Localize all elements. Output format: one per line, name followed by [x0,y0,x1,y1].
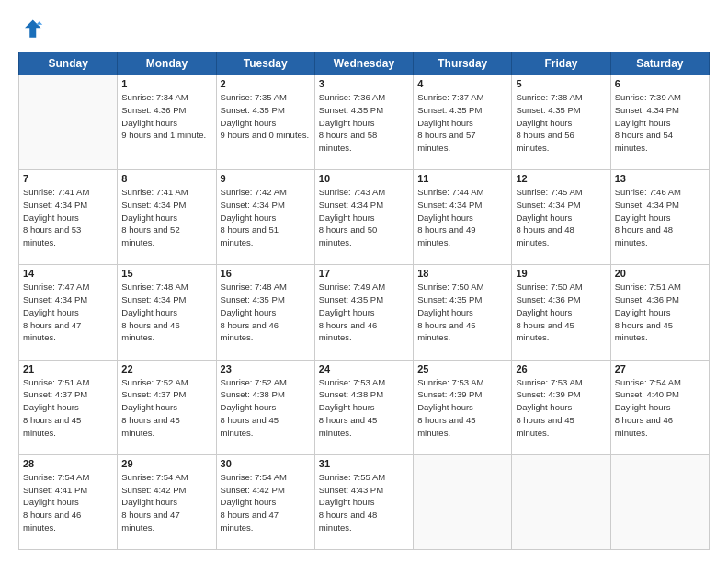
weekday-header-saturday: Saturday [610,52,709,75]
calendar-cell: 7Sunrise: 7:41 AMSunset: 4:34 PMDaylight… [19,170,118,265]
day-number: 31 [319,458,409,469]
day-info: Sunrise: 7:41 AMSunset: 4:34 PMDaylight … [121,186,211,249]
calendar-cell: 8Sunrise: 7:41 AMSunset: 4:34 PMDaylight… [118,170,216,265]
daylight-duration: 8 hours and 45 minutes. [121,415,179,438]
calendar-cell: 26Sunrise: 7:53 AMSunset: 4:39 PMDayligh… [512,360,610,454]
day-number: 8 [121,173,211,184]
sunset-label: Sunset: 4:43 PM [319,485,383,495]
week-row-4: 21Sunrise: 7:51 AMSunset: 4:37 PMDayligh… [19,360,710,454]
day-info: Sunrise: 7:48 AMSunset: 4:34 PMDaylight … [121,281,211,344]
daylight-duration: 8 hours and 51 minutes. [221,224,279,247]
day-number: 11 [417,173,507,184]
calendar-cell: 12Sunrise: 7:45 AMSunset: 4:34 PMDayligh… [512,170,610,265]
sunrise-label: Sunrise: 7:53 AM [417,377,483,387]
sunrise-label: Sunrise: 7:47 AM [23,282,89,292]
day-info: Sunrise: 7:37 AMSunset: 4:35 PMDaylight … [417,91,507,155]
daylight-duration: 8 hours and 45 minutes. [615,320,673,343]
week-row-2: 7Sunrise: 7:41 AMSunset: 4:34 PMDaylight… [19,170,710,265]
day-number: 3 [319,78,409,89]
sunrise-label: Sunrise: 7:53 AM [516,377,582,387]
day-info: Sunrise: 7:52 AMSunset: 4:38 PMDaylight … [221,376,311,440]
sunrise-label: Sunrise: 7:41 AM [121,187,188,197]
daylight-duration: 8 hours and 48 minutes. [615,224,673,247]
sunrise-label: Sunrise: 7:35 AM [221,92,287,102]
daylight-label: Daylight hours [516,402,572,412]
daylight-label: Daylight hours [121,307,177,317]
sunset-label: Sunset: 4:37 PM [23,389,87,399]
sunrise-label: Sunrise: 7:55 AM [319,472,385,482]
sunrise-label: Sunrise: 7:52 AM [121,377,188,387]
daylight-duration: 8 hours and 45 minutes. [516,415,574,438]
day-info: Sunrise: 7:53 AMSunset: 4:39 PMDaylight … [516,376,606,440]
day-number: 24 [319,363,409,374]
calendar-cell: 31Sunrise: 7:55 AMSunset: 4:43 PMDayligh… [314,454,413,549]
day-number: 30 [221,458,311,469]
day-number: 13 [615,173,705,184]
sunset-label: Sunset: 4:36 PM [516,294,580,304]
day-number: 19 [516,268,606,279]
sunset-label: Sunset: 4:39 PM [516,389,580,399]
daylight-label: Daylight hours [23,497,79,507]
day-info: Sunrise: 7:39 AMSunset: 4:34 PMDaylight … [615,91,705,155]
daylight-duration: 8 hours and 48 minutes. [319,510,377,533]
daylight-label: Daylight hours [417,402,473,412]
daylight-duration: 8 hours and 45 minutes. [516,320,574,343]
daylight-label: Daylight hours [319,118,375,128]
day-info: Sunrise: 7:36 AMSunset: 4:35 PMDaylight … [319,91,409,155]
sunset-label: Sunset: 4:37 PM [121,389,186,399]
daylight-duration: 9 hours and 0 minutes. [221,130,310,140]
sunset-label: Sunset: 4:34 PM [23,294,87,304]
daylight-duration: 8 hours and 45 minutes. [319,415,377,438]
sunrise-label: Sunrise: 7:50 AM [516,282,582,292]
sunset-label: Sunset: 4:35 PM [221,105,285,115]
calendar-cell: 20Sunrise: 7:51 AMSunset: 4:36 PMDayligh… [610,265,709,360]
sunrise-label: Sunrise: 7:43 AM [319,187,385,197]
calendar-cell: 17Sunrise: 7:49 AMSunset: 4:35 PMDayligh… [314,265,413,360]
sunset-label: Sunset: 4:40 PM [615,389,679,399]
daylight-duration: 8 hours and 45 minutes. [221,415,279,438]
daylight-label: Daylight hours [615,402,671,412]
daylight-label: Daylight hours [516,118,572,128]
daylight-duration: 8 hours and 45 minutes. [23,415,81,438]
sunset-label: Sunset: 4:35 PM [516,105,580,115]
daylight-label: Daylight hours [417,213,473,223]
daylight-duration: 8 hours and 45 minutes. [417,415,475,438]
daylight-label: Daylight hours [121,497,177,507]
day-info: Sunrise: 7:53 AMSunset: 4:38 PMDaylight … [319,376,409,440]
daylight-duration: 8 hours and 45 minutes. [417,320,475,343]
daylight-duration: 8 hours and 57 minutes. [417,130,475,153]
daylight-label: Daylight hours [319,307,375,317]
sunset-label: Sunset: 4:34 PM [121,294,186,304]
calendar-cell: 2Sunrise: 7:35 AMSunset: 4:35 PMDaylight… [216,75,314,170]
sunrise-label: Sunrise: 7:49 AM [319,282,385,292]
calendar-cell: 15Sunrise: 7:48 AMSunset: 4:34 PMDayligh… [118,265,216,360]
calendar-cell: 1Sunrise: 7:34 AMSunset: 4:36 PMDaylight… [118,75,216,170]
day-info: Sunrise: 7:54 AMSunset: 4:42 PMDaylight … [121,471,211,534]
sunset-label: Sunset: 4:34 PM [23,200,87,210]
daylight-label: Daylight hours [615,213,671,223]
sunset-label: Sunset: 4:34 PM [221,200,285,210]
sunrise-label: Sunrise: 7:41 AM [23,187,89,197]
daylight-label: Daylight hours [319,497,375,507]
daylight-label: Daylight hours [221,402,277,412]
sunrise-label: Sunrise: 7:48 AM [121,282,188,292]
sunset-label: Sunset: 4:35 PM [319,105,383,115]
sunrise-label: Sunrise: 7:54 AM [615,377,681,387]
sunrise-label: Sunrise: 7:54 AM [23,472,89,482]
day-info: Sunrise: 7:54 AMSunset: 4:42 PMDaylight … [221,471,311,534]
sunset-label: Sunset: 4:41 PM [23,485,87,495]
daylight-duration: 8 hours and 54 minutes. [615,130,673,153]
calendar-cell: 3Sunrise: 7:36 AMSunset: 4:35 PMDaylight… [314,75,413,170]
sunset-label: Sunset: 4:35 PM [221,294,285,304]
daylight-duration: 8 hours and 58 minutes. [319,130,377,153]
day-info: Sunrise: 7:42 AMSunset: 4:34 PMDaylight … [221,186,311,249]
day-info: Sunrise: 7:45 AMSunset: 4:34 PMDaylight … [516,186,606,249]
calendar-cell: 19Sunrise: 7:50 AMSunset: 4:36 PMDayligh… [512,265,610,360]
day-info: Sunrise: 7:52 AMSunset: 4:37 PMDaylight … [121,376,211,440]
sunset-label: Sunset: 4:35 PM [417,294,482,304]
daylight-duration: 8 hours and 49 minutes. [417,224,475,247]
sunrise-label: Sunrise: 7:51 AM [615,282,681,292]
weekday-header-sunday: Sunday [19,52,118,75]
day-info: Sunrise: 7:55 AMSunset: 4:43 PMDaylight … [319,471,409,534]
sunrise-label: Sunrise: 7:38 AM [516,92,582,102]
